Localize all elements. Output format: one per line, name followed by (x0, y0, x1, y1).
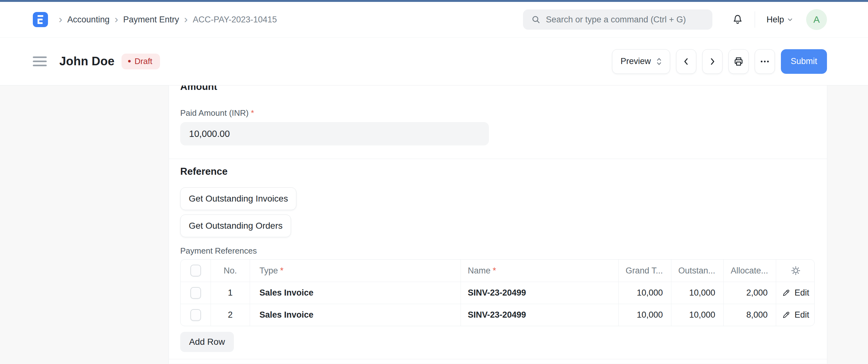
paid-amount-label: Paid Amount (INR)* (180, 108, 815, 118)
column-header-type: Type (259, 266, 278, 276)
chevron-right-icon: › (179, 13, 192, 24)
section-divider (169, 359, 827, 359)
status-label: Draft (134, 57, 152, 66)
help-label: Help (766, 15, 784, 25)
edit-label: Edit (795, 310, 809, 320)
column-header-name: Name (468, 266, 491, 276)
chevron-down-icon (786, 16, 794, 23)
gear-icon (790, 265, 801, 276)
cell-allocated: 2,000 (746, 288, 768, 298)
required-marker: * (493, 266, 496, 276)
cell-name: SINV-23-20499 (468, 310, 526, 320)
pencil-icon (782, 311, 790, 319)
section-divider (169, 159, 827, 159)
status-badge: • Draft (122, 54, 160, 69)
required-marker: * (251, 108, 254, 118)
breadcrumb-payment-entry[interactable]: Payment Entry (123, 15, 179, 25)
column-header-grand-total: Grand T... (626, 266, 663, 276)
chevron-right-icon: › (54, 13, 67, 24)
cell-grand-total: 10,000 (637, 288, 663, 298)
pencil-icon (782, 289, 790, 297)
chevron-updown-icon (655, 57, 663, 66)
payment-entry-form: Amount Paid Amount (INR)* Reference Get … (168, 86, 827, 364)
section-heading-reference: Reference (180, 165, 815, 178)
cell-grand-total: 10,000 (637, 310, 663, 320)
menu-icon (33, 57, 47, 58)
avatar-letter: A (813, 14, 820, 25)
printer-icon (733, 56, 744, 67)
breadcrumb: › Accounting › Payment Entry › ACC-PAY-2… (54, 14, 277, 25)
navbar-divider (755, 11, 755, 28)
section-heading-amount: Amount (180, 86, 217, 93)
column-header-allocated: Allocate... (731, 266, 768, 276)
chevron-left-icon (681, 57, 691, 66)
search-input[interactable] (546, 15, 704, 25)
notifications-button[interactable] (732, 14, 743, 25)
workspace: Amount Paid Amount (INR)* Reference Get … (0, 86, 868, 364)
erpnext-logo-icon[interactable] (33, 12, 48, 27)
required-marker: * (280, 266, 284, 276)
preview-button[interactable]: Preview (612, 49, 670, 74)
payment-references-label: Payment References (180, 246, 815, 256)
cell-no: 1 (228, 288, 232, 298)
get-outstanding-invoices-button[interactable]: Get Outstanding Invoices (180, 187, 297, 210)
table-row: 1 Sales Invoice SINV-23-20499 10,000 10,… (181, 282, 814, 304)
next-document-button[interactable] (702, 49, 722, 74)
cell-no: 2 (228, 310, 232, 320)
ellipsis-icon (760, 57, 770, 67)
edit-label: Edit (795, 288, 809, 298)
global-search[interactable] (523, 9, 712, 30)
cell-type: Sales Invoice (259, 288, 313, 298)
breadcrumb-document-id: ACC-PAY-2023-10415 (193, 15, 277, 25)
sidebar-panel (0, 86, 168, 364)
cell-outstanding: 10,000 (689, 288, 715, 298)
paid-amount-input[interactable] (180, 122, 489, 145)
row-checkbox[interactable] (190, 309, 201, 321)
preview-label: Preview (621, 57, 651, 66)
payment-references-table: No. Type* Name* Grand T... Outstan... Al… (180, 259, 815, 326)
chevron-right-icon (708, 57, 717, 66)
get-outstanding-orders-button[interactable]: Get Outstanding Orders (180, 214, 291, 237)
navbar: › Accounting › Payment Entry › ACC-PAY-2… (0, 2, 868, 37)
table-settings-button[interactable] (790, 265, 801, 276)
previous-document-button[interactable] (676, 49, 696, 74)
chevron-right-icon: › (110, 13, 123, 24)
table-header-row: No. Type* Name* Grand T... Outstan... Al… (181, 260, 814, 282)
help-menu[interactable]: Help (766, 15, 794, 25)
cell-type: Sales Invoice (259, 310, 313, 320)
more-actions-button[interactable] (755, 49, 775, 74)
column-header-outstanding: Outstan... (678, 266, 715, 276)
search-icon (531, 15, 541, 24)
edit-row-button[interactable]: Edit (782, 310, 809, 320)
cell-name: SINV-23-20499 (468, 288, 526, 298)
breadcrumb-accounting[interactable]: Accounting (67, 15, 110, 25)
select-all-checkbox[interactable] (190, 265, 201, 277)
right-gutter (827, 86, 868, 364)
table-row: 2 Sales Invoice SINV-23-20499 10,000 10,… (181, 304, 814, 326)
add-row-button[interactable]: Add Row (180, 332, 234, 352)
avatar[interactable]: A (806, 9, 827, 30)
edit-row-button[interactable]: Edit (782, 288, 809, 298)
row-checkbox[interactable] (190, 287, 201, 299)
print-button[interactable] (728, 49, 749, 74)
sidebar-toggle-button[interactable] (33, 55, 47, 67)
cell-outstanding: 10,000 (689, 310, 715, 320)
page-title: John Doe (59, 55, 115, 68)
cell-allocated: 8,000 (746, 310, 768, 320)
column-header-no: No. (223, 266, 237, 276)
amount-section-heading-clipped: Amount (180, 86, 815, 93)
page-header: John Doe • Draft Preview (0, 37, 868, 86)
bell-icon (732, 14, 743, 25)
submit-button[interactable]: Submit (781, 49, 827, 74)
